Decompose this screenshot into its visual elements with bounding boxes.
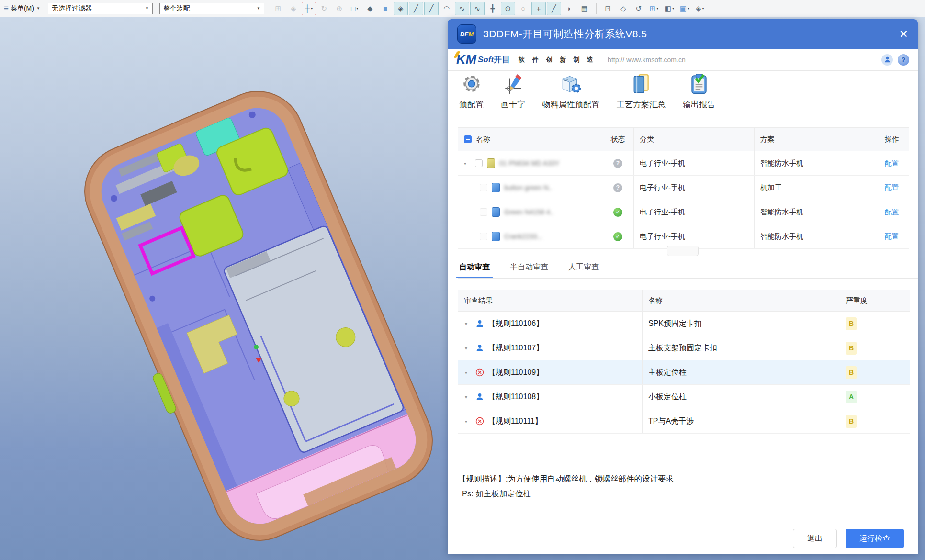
row-checkbox[interactable]	[480, 233, 487, 240]
layout-icon[interactable]: ⊞▾	[647, 2, 661, 15]
dropdown-caret-icon: ▾	[672, 6, 674, 11]
review-tabs: 自动审查半自动审查人工审查	[458, 260, 918, 279]
review-row[interactable]: ▾【规则110106】SPK预固定卡扣B	[458, 312, 910, 336]
assembly-scope-dropdown[interactable]: 整个装配 ▼	[159, 3, 264, 14]
row-checkbox[interactable]	[475, 159, 483, 167]
review-result-cell: ▾【规则110109】	[458, 360, 643, 384]
view-orient-icon[interactable]: ▣▾	[677, 2, 692, 15]
close-icon[interactable]: ✕	[899, 29, 908, 40]
row-checkbox[interactable]	[480, 208, 487, 216]
column-header-action: 操作	[885, 135, 899, 144]
reviewer-user-icon	[475, 392, 484, 401]
move-component-icon[interactable]: ◈	[286, 2, 301, 15]
marquee-select-icon[interactable]: □▾	[348, 2, 362, 15]
plan-cell: 智能防水手机	[755, 200, 874, 224]
severity-badge: B	[846, 415, 857, 428]
dropdown-caret-icon: ▼	[257, 6, 260, 11]
selection-filter-dropdown[interactable]: 无选择过滤器 ▼	[48, 3, 153, 14]
user-account-icon[interactable]	[881, 54, 893, 66]
tab-auto-review[interactable]: 自动审查	[458, 260, 491, 278]
process-plan-summary-button[interactable]: 工艺方案汇总	[617, 73, 666, 110]
curve-icon[interactable]: ∿	[470, 2, 485, 15]
render-style-icon[interactable]: ◧▾	[662, 2, 677, 15]
sequence-icon[interactable]: ⊕	[332, 2, 347, 15]
row-checkbox[interactable]	[480, 184, 487, 191]
brand-slogan: 软 件 创 新 制 造	[519, 56, 596, 64]
review-row[interactable]: ▾【规则110111】TP与A壳干涉B	[458, 409, 910, 434]
part-row[interactable]: Green N4158 4..✓电子行业-手机智能防水手机配置	[458, 200, 909, 224]
expand-caret-icon[interactable]: ▾	[465, 419, 472, 424]
menu-button[interactable]: 菜单(M) ▼	[11, 4, 40, 13]
panel-collapse-handle[interactable]	[667, 246, 699, 256]
tab-manual-review[interactable]: 人工审查	[567, 260, 600, 278]
action-cell: 配置	[874, 200, 909, 224]
action-label: 预配置	[459, 99, 484, 110]
severity-badge: B	[846, 342, 857, 355]
reuse-library-icon[interactable]: ↻	[317, 2, 331, 15]
segment-icon[interactable]: ╱	[547, 2, 561, 15]
severity-badge: A	[846, 391, 857, 403]
part-icon	[492, 183, 500, 192]
expand-caret-icon[interactable]: ▾	[465, 394, 472, 400]
exit-button[interactable]: 退出	[793, 529, 837, 548]
solid-cube-icon[interactable]: ■	[378, 2, 393, 15]
configure-link[interactable]: 配置	[885, 208, 899, 217]
select-all-checkbox[interactable]	[464, 135, 472, 143]
part-name-blurred: Green N4158 4..	[504, 208, 554, 216]
shaded-solid-icon[interactable]: ◆	[363, 2, 377, 15]
expand-caret-icon[interactable]: ▾	[465, 321, 472, 326]
configure-link[interactable]: 配置	[885, 159, 899, 168]
plus-icon[interactable]: +	[531, 2, 546, 15]
preconfig-button[interactable]: 预配置	[459, 73, 484, 110]
rule-name-cell: TP与A壳干涉	[643, 409, 840, 433]
menu-caret-icon: ▼	[36, 6, 40, 11]
rotate-view-icon[interactable]: ↺	[632, 2, 646, 15]
draw-cross-button[interactable]: 画十字	[501, 73, 525, 110]
surface-icon[interactable]: ◗	[562, 2, 576, 15]
help-icon[interactable]: ?	[898, 54, 909, 66]
severity-badge: B	[846, 317, 857, 330]
kmsoft-logo-kaimu: 开目	[494, 54, 510, 65]
part-name-blurred: button green N..	[504, 184, 552, 191]
point-cross-icon[interactable]: ╋	[485, 2, 500, 15]
run-check-button[interactable]: 运行检查	[846, 529, 904, 548]
dialog-action-bar: 预配置 画十字	[459, 73, 715, 110]
review-row[interactable]: ▾【规则110108】小板定位柱A	[458, 385, 910, 409]
studio-spline-icon[interactable]: ∿	[455, 2, 469, 15]
circle-center-icon[interactable]: ⊙	[501, 2, 515, 15]
review-row[interactable]: ▾【规则110109】主板定位柱B	[458, 360, 910, 385]
filter-crosshair-icon[interactable]: ┼▾	[302, 2, 316, 15]
part-row[interactable]: button green N..?电子行业-手机机加工配置	[458, 176, 909, 200]
zoom-window-icon[interactable]: ⊡	[601, 2, 615, 15]
assembly-icon	[487, 158, 495, 168]
column-header-name: 名称	[476, 135, 490, 144]
line-alt-icon[interactable]: ╱	[424, 2, 439, 15]
column-header-category: 分类	[640, 135, 654, 144]
review-row[interactable]: ▾【规则110107】主板支架预固定卡扣B	[458, 336, 910, 360]
expand-caret-icon[interactable]: ▾	[465, 370, 472, 375]
material-preconfig-button[interactable]: 物料属性预配置	[542, 73, 599, 110]
circle-points-icon[interactable]: ◌	[516, 2, 530, 15]
tab-semi-auto-review[interactable]: 半自动审查	[509, 260, 549, 278]
assembly-constraints-icon[interactable]: ⊞	[271, 2, 285, 15]
configure-link[interactable]: 配置	[885, 183, 899, 192]
action-label: 物料属性预配置	[542, 99, 599, 110]
part-name-cell: ▾01 PN634 MD A33Y	[458, 151, 602, 175]
dropdown-caret-icon: ▾	[656, 6, 658, 11]
expand-caret-icon[interactable]: ▾	[464, 161, 471, 166]
configure-link[interactable]: 配置	[885, 232, 899, 241]
brand-bar: KM Soft 开目 软 件 创 新 制 造 http:// www.kmsof…	[448, 49, 918, 71]
action-cell: 配置	[874, 151, 909, 175]
severity-cell: B	[840, 336, 910, 360]
pan-icon[interactable]: ◇	[616, 2, 631, 15]
fillet-arc-icon[interactable]: ◠	[440, 2, 454, 15]
move-face-icon[interactable]: ◈	[394, 2, 408, 15]
part-row[interactable]: ▾01 PN634 MD A33Y?电子行业-手机智能防水手机配置	[458, 151, 909, 176]
pencil-cross-icon	[502, 73, 524, 95]
review-result-cell: ▾【规则110107】	[458, 336, 643, 360]
grid-icon[interactable]: ▦	[577, 2, 592, 15]
perspective-icon[interactable]: ◈▾	[693, 2, 707, 15]
output-report-button[interactable]: 输出报告	[683, 73, 715, 110]
line-icon[interactable]: ╱	[409, 2, 423, 15]
expand-caret-icon[interactable]: ▾	[465, 346, 472, 351]
